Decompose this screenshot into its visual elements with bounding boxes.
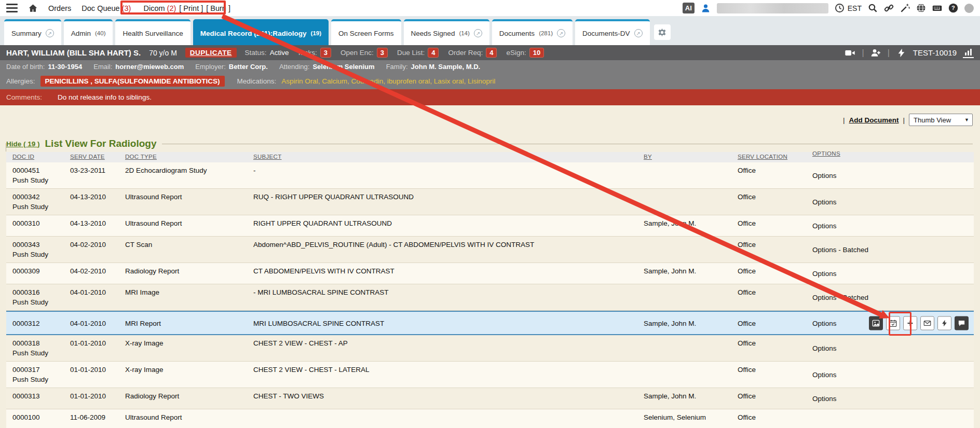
- plus-button[interactable]: [903, 316, 917, 330]
- cell-serv-location: Office: [738, 219, 756, 227]
- table-row[interactable]: 000031004-13-2010Ultrasound ReportRIGHT …: [6, 215, 974, 237]
- tab-needs-signed[interactable]: Needs Signed(14)↗: [404, 19, 489, 45]
- cell-options: Options: [812, 270, 837, 278]
- user-icon[interactable]: [701, 3, 711, 13]
- push-study-link[interactable]: Push Study: [12, 203, 48, 211]
- demographic-attending: Attending:Selenium Selenium: [279, 63, 375, 71]
- table-row[interactable]: 000030904-02-2010Radiology ReportCT ABDO…: [6, 263, 974, 284]
- hamburger-menu-icon[interactable]: [6, 4, 18, 12]
- view-mode-select[interactable]: Thumb View ▼: [909, 114, 973, 126]
- allergies-value[interactable]: PENICILLINS , SULFA(SULFONAMIDE ANTIBIOT…: [40, 76, 225, 87]
- clock-icon[interactable]: [835, 3, 845, 13]
- cell-doc-id[interactable]: 0000310: [12, 219, 40, 227]
- doc-queue-link[interactable]: Doc Queue (3): [81, 4, 131, 12]
- cell-doc-id[interactable]: 0000451Push Study: [12, 167, 48, 184]
- cell-doc-id[interactable]: 0000313: [12, 392, 40, 400]
- tab-summary[interactable]: Summary↗: [4, 19, 61, 45]
- tab-health-surveillance[interactable]: Health Surveillance: [115, 19, 190, 45]
- dicom-burn-link[interactable]: [ Burn ]: [206, 4, 230, 12]
- options-link[interactable]: Options: [812, 172, 837, 180]
- cell-doc-id[interactable]: 0000342Push Study: [12, 193, 48, 211]
- search-icon[interactable]: [868, 3, 878, 13]
- tab-documents[interactable]: Documents(281)↗: [492, 19, 573, 45]
- tab-admin[interactable]: Admin(40): [64, 19, 113, 45]
- chart-stats-icon[interactable]: [963, 48, 974, 58]
- cell-doc-id[interactable]: 0000312: [12, 319, 40, 327]
- link-icon[interactable]: [884, 3, 894, 13]
- table-row[interactable]: 0000318Push Study01-01-2010X-ray ImageCH…: [6, 335, 974, 362]
- options-link[interactable]: Options: [812, 319, 837, 327]
- globe-icon[interactable]: [916, 3, 926, 13]
- orders-link[interactable]: Orders: [48, 4, 71, 12]
- table-row[interactable]: 0000317Push Study01-01-2010X-ray ImageCH…: [6, 362, 974, 388]
- add-document-link[interactable]: Add Document: [849, 116, 899, 124]
- image-button[interactable]: [869, 316, 883, 330]
- wand-icon[interactable]: [900, 3, 910, 13]
- options-link[interactable]: Options: [812, 395, 837, 403]
- push-study-link[interactable]: Push Study: [12, 298, 48, 306]
- envelope-button[interactable]: [920, 316, 934, 330]
- video-call-icon[interactable]: [845, 48, 855, 58]
- counter-badge[interactable]: 3: [377, 48, 388, 58]
- cell-doc-id[interactable]: 0000100: [12, 413, 40, 421]
- column-header-serv-date[interactable]: SERV DATE: [70, 154, 105, 160]
- options-link[interactable]: Options - Batched: [812, 246, 868, 254]
- tab-settings-button[interactable]: [654, 24, 671, 40]
- column-header-subject[interactable]: SUBJECT: [253, 154, 282, 160]
- dicom-link[interactable]: Dicom (2): [143, 4, 176, 12]
- cell-serv-date: 01-01-2010: [70, 366, 106, 374]
- home-icon[interactable]: [28, 3, 38, 13]
- column-header-options[interactable]: OPTIONS: [812, 150, 840, 157]
- column-header-doc-id[interactable]: DOC ID: [12, 154, 34, 160]
- table-row[interactable]: 000031204-01-2010MRI ReportMRI LUMBOSACR…: [6, 311, 974, 335]
- lightning-button[interactable]: [937, 316, 951, 330]
- hide-link[interactable]: Hide ( 19 ): [6, 140, 40, 148]
- cell-doc-id[interactable]: 0000318Push Study: [12, 339, 48, 357]
- table-row[interactable]: 000031301-01-2010Radiology ReportCHEST -…: [6, 388, 974, 409]
- table-row[interactable]: 0000316Push Study04-01-2010MRI Image- MR…: [6, 284, 974, 311]
- tab-documents-dv[interactable]: Documents-DV↗: [575, 19, 650, 45]
- tab-medical-record-241-radiology[interactable]: Medical Record (241):Radiology(19): [193, 19, 329, 45]
- dicom-print-link[interactable]: [ Print ]: [179, 4, 203, 12]
- options-link[interactable]: Options: [812, 270, 837, 278]
- tab-on-screen-forms[interactable]: On Screen Forms: [331, 19, 401, 45]
- add-person-icon[interactable]: [870, 48, 881, 58]
- cell-doc-id[interactable]: 0000343Push Study: [12, 241, 48, 258]
- calendar-button[interactable]: [886, 316, 900, 330]
- column-header-by[interactable]: BY: [644, 154, 652, 160]
- table-row[interactable]: 0000343Push Study04-02-2010CT ScanAbdome…: [6, 237, 974, 263]
- counter-badge[interactable]: 4: [486, 48, 497, 58]
- table-row[interactable]: 0000451Push Study03-23-20112D Echocardio…: [6, 162, 974, 189]
- ai-badge[interactable]: AI: [683, 3, 695, 13]
- options-link[interactable]: Options: [812, 371, 837, 379]
- comment-button[interactable]: [955, 316, 969, 330]
- cell-doc-id[interactable]: 0000317Push Study: [12, 366, 48, 383]
- options-link[interactable]: Options: [812, 222, 837, 230]
- push-study-link[interactable]: Push Study: [12, 376, 48, 383]
- tab-label: Needs Signed: [411, 30, 455, 37]
- counter-badge[interactable]: 10: [529, 48, 544, 58]
- column-header-serv-location[interactable]: SERV LOCATION: [738, 154, 787, 160]
- cell-by: Sample, John M.: [644, 219, 696, 227]
- duplicate-badge[interactable]: DUPLICATE: [185, 48, 237, 58]
- counter-badge[interactable]: 4: [428, 48, 439, 58]
- cell-doc-id[interactable]: 0000309: [12, 267, 40, 275]
- tab-label: On Screen Forms: [338, 30, 394, 37]
- patient-status: Status: Active: [245, 49, 289, 57]
- column-header-doc-type[interactable]: DOC TYPE: [125, 154, 157, 160]
- quick-action-bolt-icon[interactable]: [896, 48, 907, 58]
- cell-options: Options: [812, 371, 837, 379]
- medications-list[interactable]: Aspirin Oral, Calcium, Coumadin, ibuprof…: [281, 77, 495, 85]
- options-link[interactable]: Options - Batched: [812, 294, 868, 301]
- counter-badge[interactable]: 3: [320, 48, 331, 58]
- push-study-link[interactable]: Push Study: [12, 251, 48, 258]
- cell-doc-id[interactable]: 0000316Push Study: [12, 288, 48, 306]
- push-study-link[interactable]: Push Study: [12, 176, 48, 184]
- push-study-link[interactable]: Push Study: [12, 349, 48, 357]
- options-link[interactable]: Options: [812, 344, 837, 352]
- help-icon[interactable]: ?: [948, 3, 958, 13]
- table-row[interactable]: 0000342Push Study04-13-2010Ultrasound Re…: [6, 189, 974, 215]
- options-link[interactable]: Options: [812, 198, 837, 206]
- table-row[interactable]: 000010011-06-2009Ultrasound ReportSeleni…: [6, 409, 974, 428]
- keyboard-icon[interactable]: [932, 3, 942, 13]
